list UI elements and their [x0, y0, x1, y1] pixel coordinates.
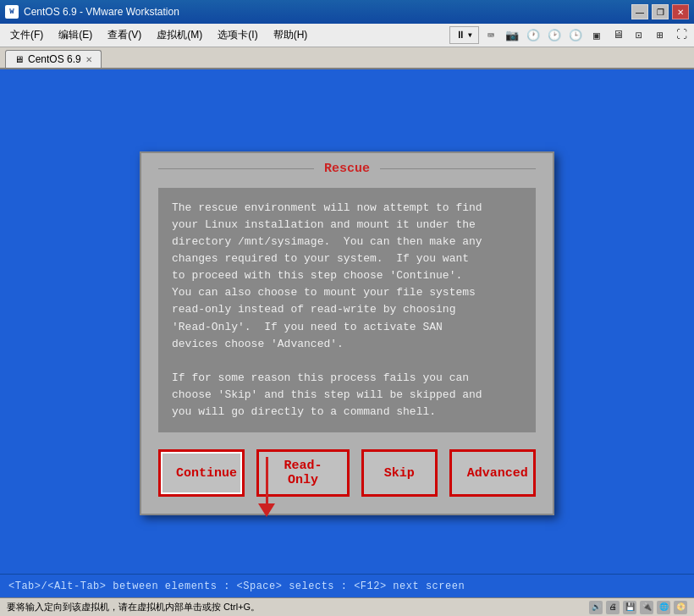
tray-icon-6[interactable]: 📀 — [674, 601, 687, 614]
toolbar-screenshot[interactable]: 📷 — [503, 26, 521, 45]
arrow-line — [266, 457, 268, 503]
toolbar-fullscreen[interactable]: ⛶ — [672, 26, 691, 45]
pause-icon: ⏸ — [455, 29, 465, 41]
tray-icon-2[interactable]: 🖨 — [606, 601, 620, 614]
rescue-buttons: Continue Read-Only Skip Advanced — [158, 449, 536, 497]
minimize-button[interactable]: — — [631, 4, 648, 19]
title-line-right — [380, 168, 536, 169]
tray-icon-3[interactable]: 💾 — [623, 601, 636, 614]
toolbar-fit[interactable]: ▣ — [587, 26, 606, 45]
toolbar-snapshot2[interactable]: 🕑 — [545, 26, 564, 45]
vm-status-bar: <Tab>/<Alt-Tab> between elements : <Spac… — [0, 574, 694, 597]
tray-icon-1[interactable]: 🔊 — [589, 601, 603, 614]
app-icon: W — [5, 5, 19, 19]
menu-tabs[interactable]: 选项卡(I) — [211, 25, 264, 45]
title-bar-left: W CentOS 6.9 - VMware Workstation — [5, 5, 179, 19]
toolbar-snapshot1[interactable]: 🕐 — [524, 26, 543, 45]
bottom-info-text: 要将输入定向到该虚拟机，请在虚拟机内部单击或按 Ctrl+G。 — [7, 601, 260, 613]
vm-tab[interactable]: 🖥 CentOS 6.9 ✕ — [5, 50, 102, 68]
vm-display-area[interactable]: Rescue The rescue environment will now a… — [0, 69, 694, 597]
menu-help[interactable]: 帮助(H) — [267, 25, 315, 45]
pause-button[interactable]: ⏸ ▾ — [449, 26, 479, 44]
toolbar-icons: ⏸ ▾ ⌨ 📷 🕐 🕑 🕒 ▣ 🖥 ⊡ ⊞ ⛶ — [449, 26, 691, 45]
vm-tab-icon: 🖥 — [14, 54, 24, 64]
close-button[interactable]: ✕ — [672, 4, 689, 19]
title-bar: W CentOS 6.9 - VMware Workstation — ❐ ✕ — [0, 0, 694, 24]
vm-status-text: <Tab>/<Alt-Tab> between elements : <Spac… — [8, 580, 465, 592]
bottom-bar-icons: 🔊 🖨 💾 🔌 🌐 📀 — [589, 601, 687, 614]
advanced-button[interactable]: Advanced — [449, 449, 536, 497]
arrow-indicator — [258, 457, 275, 517]
pause-dropdown-icon: ▾ — [467, 29, 473, 41]
rescue-dialog: Rescue The rescue environment will now a… — [140, 151, 554, 516]
toolbar-send-keys[interactable]: ⌨ — [482, 26, 500, 45]
continue-button[interactable]: Continue — [158, 449, 245, 497]
toolbar-display3[interactable]: ⊞ — [651, 26, 669, 45]
rescue-title: Rescue — [314, 162, 380, 176]
toolbar-snapshot3[interactable]: 🕒 — [566, 26, 585, 45]
tab-close-icon[interactable]: ✕ — [85, 55, 92, 64]
toolbar-display1[interactable]: 🖥 — [609, 26, 627, 45]
rescue-body-text: The rescue environment will now attempt … — [158, 188, 536, 433]
menu-file[interactable]: 文件(F) — [3, 25, 50, 45]
menu-bar: 文件(F) 编辑(E) 查看(V) 虚拟机(M) 选项卡(I) 帮助(H) ⏸ … — [0, 24, 694, 47]
arrow-head — [258, 503, 275, 517]
tray-icon-4[interactable]: 🔌 — [640, 601, 653, 614]
menu-edit[interactable]: 编辑(E) — [52, 25, 99, 45]
menu-vm[interactable]: 虚拟机(M) — [150, 25, 209, 45]
tray-icon-5[interactable]: 🌐 — [657, 601, 670, 614]
toolbar-display2[interactable]: ⊡ — [630, 26, 648, 45]
window-title: CentOS 6.9 - VMware Workstation — [24, 6, 179, 18]
restore-button[interactable]: ❐ — [652, 4, 669, 19]
rescue-title-bar: Rescue — [158, 162, 536, 176]
vm-tab-label: CentOS 6.9 — [28, 53, 81, 65]
skip-button[interactable]: Skip — [361, 449, 438, 497]
bottom-info-bar: 要将输入定向到该虚拟机，请在虚拟机内部单击或按 Ctrl+G。 🔊 🖨 💾 🔌 … — [0, 597, 694, 616]
menu-view[interactable]: 查看(V) — [101, 25, 148, 45]
tab-bar: 🖥 CentOS 6.9 ✕ — [0, 47, 694, 69]
window-controls: — ❐ ✕ — [631, 4, 689, 19]
title-line-left — [158, 168, 314, 169]
